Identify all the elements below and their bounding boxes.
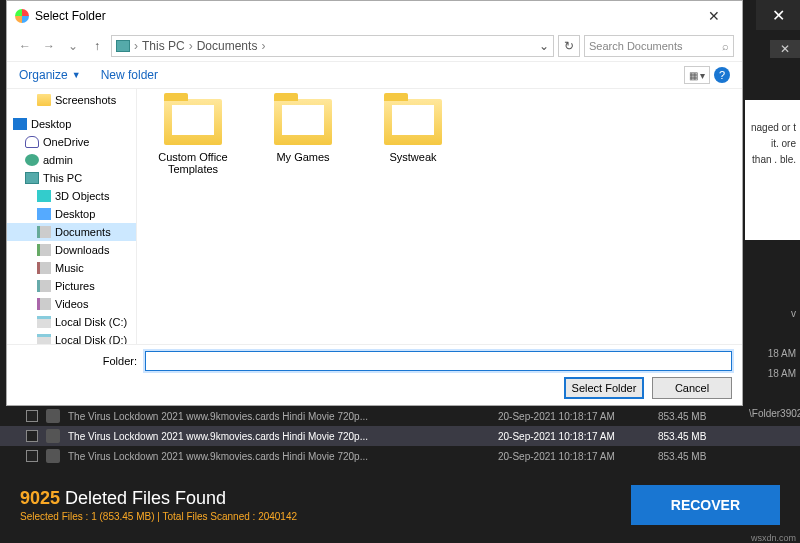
- documents-icon: [37, 226, 51, 238]
- folder-icon: [164, 99, 222, 145]
- file-name: The Virus Lockdown 2021 www.9kmovies.car…: [68, 411, 498, 422]
- file-icon: [46, 409, 60, 423]
- nav-toolbar: ← → ⌄ ↑ › This PC › Documents › ⌄ ↻ Sear…: [7, 31, 742, 61]
- checkbox[interactable]: [26, 430, 38, 442]
- crumb-this-pc[interactable]: This PC: [142, 39, 185, 53]
- new-folder-button[interactable]: New folder: [101, 68, 158, 82]
- file-row[interactable]: The Virus Lockdown 2021 www.9kmovies.car…: [0, 406, 800, 426]
- tree-admin[interactable]: admin: [7, 151, 136, 169]
- back-button[interactable]: ←: [15, 39, 35, 53]
- checkbox[interactable]: [26, 450, 38, 462]
- app-icon: [15, 9, 29, 23]
- tree-desktop-folder[interactable]: Desktop: [7, 205, 136, 223]
- folder-my-games[interactable]: My Games: [263, 99, 343, 163]
- file-name: The Virus Lockdown 2021 www.9kmovies.car…: [68, 451, 498, 462]
- desktop-icon: [37, 208, 51, 220]
- folder-tree: Screenshots Desktop OneDrive admin This …: [7, 89, 137, 344]
- panel-close-button[interactable]: ✕: [770, 40, 800, 58]
- status-subtext: Selected Files : 1 (853.45 MB) | Total F…: [20, 511, 297, 522]
- dialog-titlebar: Select Folder ✕: [7, 1, 742, 31]
- file-icon: [46, 449, 60, 463]
- videos-icon: [37, 298, 51, 310]
- checkbox[interactable]: [26, 410, 38, 422]
- view-options-button[interactable]: ▦ ▾: [684, 66, 710, 84]
- crumb-documents[interactable]: Documents: [197, 39, 258, 53]
- tree-this-pc[interactable]: This PC: [7, 169, 136, 187]
- dialog-footer: Folder: Select Folder Cancel: [7, 344, 742, 405]
- user-icon: [25, 154, 39, 166]
- tree-disk-c[interactable]: Local Disk (C:): [7, 313, 136, 331]
- file-name: The Virus Lockdown 2021 www.9kmovies.car…: [68, 431, 498, 442]
- tree-screenshots[interactable]: Screenshots: [7, 91, 136, 109]
- search-input[interactable]: Search Documents ⌕: [584, 35, 734, 57]
- folder-field[interactable]: [145, 351, 732, 371]
- tree-videos[interactable]: Videos: [7, 295, 136, 313]
- search-placeholder: Search Documents: [589, 40, 683, 52]
- recover-button[interactable]: RECOVER: [631, 485, 780, 525]
- drive-icon: [37, 316, 51, 328]
- file-icon: [46, 429, 60, 443]
- partial-message-panel: naged or t it. ore than . ble.: [745, 100, 800, 240]
- tree-downloads[interactable]: Downloads: [7, 241, 136, 259]
- folder-custom-office-templates[interactable]: Custom Office Templates: [153, 99, 233, 175]
- search-icon[interactable]: ⌕: [722, 40, 729, 52]
- tree-documents[interactable]: Documents: [7, 223, 136, 241]
- pc-icon: [116, 40, 130, 52]
- file-size: 853.45 MB: [658, 411, 778, 422]
- cancel-button[interactable]: Cancel: [652, 377, 732, 399]
- close-icon[interactable]: ✕: [694, 8, 734, 24]
- recent-dropdown[interactable]: ⌄: [63, 39, 83, 53]
- file-row[interactable]: The Virus Lockdown 2021 www.9kmovies.car…: [0, 446, 800, 466]
- folder-systweak[interactable]: Systweak: [373, 99, 453, 163]
- drive-icon: [37, 334, 51, 344]
- up-button[interactable]: ↑: [87, 39, 107, 53]
- dialog-title: Select Folder: [35, 9, 694, 23]
- breadcrumb[interactable]: › This PC › Documents › ⌄: [111, 35, 554, 57]
- folder-field-label: Folder:: [17, 355, 137, 367]
- file-list: The Virus Lockdown 2021 www.9kmovies.car…: [0, 406, 800, 466]
- file-date: 20-Sep-2021 10:18:17 AM: [498, 411, 658, 422]
- selected-label: Selected Files :: [20, 511, 91, 522]
- tree-pictures[interactable]: Pictures: [7, 277, 136, 295]
- pc-icon: [25, 172, 39, 184]
- forward-button[interactable]: →: [39, 39, 59, 53]
- dialog-toolbar: Organize ▼ New folder ▦ ▾ ?: [7, 61, 742, 89]
- music-icon: [37, 262, 51, 274]
- app-close-button[interactable]: ✕: [756, 0, 800, 30]
- watermark: wsxdn.com: [751, 533, 796, 543]
- organize-button[interactable]: Organize: [19, 68, 68, 82]
- pictures-icon: [37, 280, 51, 292]
- tree-desktop[interactable]: Desktop: [7, 115, 136, 133]
- found-count: 9025 Deleted Files Found: [20, 488, 297, 509]
- file-date: 20-Sep-2021 10:18:17 AM: [498, 451, 658, 462]
- file-date: 20-Sep-2021 10:18:17 AM: [498, 431, 658, 442]
- file-row[interactable]: The Virus Lockdown 2021 www.9kmovies.car…: [0, 426, 800, 446]
- file-size: 853.45 MB: [658, 431, 778, 442]
- help-button[interactable]: ?: [714, 67, 730, 83]
- refresh-button[interactable]: ↻: [558, 35, 580, 57]
- downloads-icon: [37, 244, 51, 256]
- tree-disk-d[interactable]: Local Disk (D:): [7, 331, 136, 344]
- folder-icon: [37, 94, 51, 106]
- organize-dropdown-icon[interactable]: ▼: [72, 70, 81, 80]
- crumb-dropdown-icon[interactable]: ⌄: [539, 39, 549, 53]
- desktop-icon: [13, 118, 27, 130]
- tree-music[interactable]: Music: [7, 259, 136, 277]
- cloud-icon: [25, 136, 39, 148]
- 3d-icon: [37, 190, 51, 202]
- tree-onedrive[interactable]: OneDrive: [7, 133, 136, 151]
- status-bar: 9025 Deleted Files Found Selected Files …: [0, 475, 800, 535]
- folder-icon: [384, 99, 442, 145]
- file-size: 853.45 MB: [658, 451, 778, 462]
- tree-3d-objects[interactable]: 3D Objects: [7, 187, 136, 205]
- select-folder-button[interactable]: Select Folder: [564, 377, 644, 399]
- folder-content: Custom Office Templates My Games Systwea…: [137, 89, 742, 344]
- folder-icon: [274, 99, 332, 145]
- select-folder-dialog: Select Folder ✕ ← → ⌄ ↑ › This PC › Docu…: [6, 0, 743, 406]
